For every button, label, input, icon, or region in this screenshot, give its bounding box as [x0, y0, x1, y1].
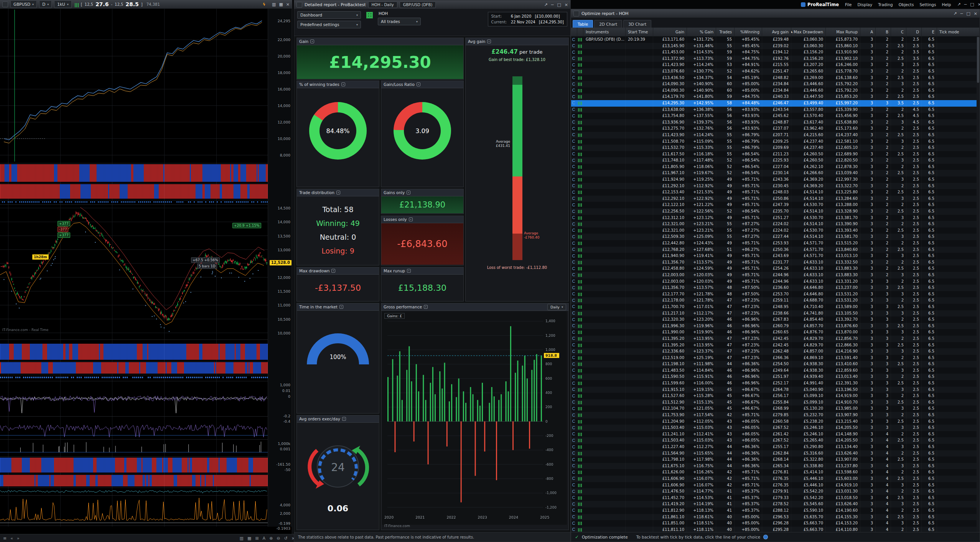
row-search-icon[interactable]: [572, 203, 575, 206]
column-header-%winning[interactable]: %Winning: [735, 28, 762, 36]
row-chart-icon[interactable]: [578, 286, 582, 290]
column-header-a[interactable]: A: [860, 28, 876, 36]
row-search-icon[interactable]: [572, 362, 575, 366]
table-row[interactable]: £11,356.70+113.57%48+87.50%£236.60£4,646…: [571, 285, 980, 291]
table-row[interactable]: £11,798.10+117.98%44+86.36%£268.14£5,322…: [571, 456, 980, 463]
row-chart-icon[interactable]: [578, 522, 582, 525]
table-row[interactable]: £13,275.70+132.76%56+83.93%£237.07£3,962…: [571, 125, 980, 132]
column-header-d[interactable]: D: [906, 28, 922, 36]
row-search-icon[interactable]: [572, 101, 575, 104]
row-chart-icon[interactable]: [578, 401, 582, 404]
row-chart-icon[interactable]: [578, 44, 582, 48]
statusbar-icon[interactable]: A: [263, 536, 266, 541]
row-chart-icon[interactable]: [578, 299, 582, 302]
tab-table[interactable]: Table: [573, 20, 593, 28]
row-search-icon[interactable]: [572, 114, 575, 117]
row-search-icon[interactable]: [572, 267, 575, 270]
column-header-e[interactable]: E: [922, 28, 937, 36]
column-header-%-gain[interactable]: % Gain: [687, 28, 716, 36]
row-search-icon[interactable]: [572, 305, 575, 308]
table-row[interactable]: £11,851.00+118.51%40+85.00%£296.28£5,663…: [571, 520, 980, 527]
row-search-icon[interactable]: [572, 140, 575, 143]
row-search-icon[interactable]: [572, 280, 575, 283]
table-row[interactable]: £11,292.10+112.92%49+85.71%£230.45£4,369…: [571, 183, 980, 189]
realtime-lightning-icon[interactable]: ϟ: [263, 2, 265, 7]
column-header-gain[interactable]: Gain: [653, 28, 687, 36]
row-search-icon[interactable]: [572, 260, 575, 264]
column-header-icon1[interactable]: [577, 28, 583, 36]
row-chart-icon[interactable]: [578, 38, 582, 41]
trades-filter-select[interactable]: All trades ▾: [378, 18, 421, 25]
row-search-icon[interactable]: [572, 133, 575, 136]
table-row[interactable]: £12,122.10+121.22%49+85.71%£247.39£4,530…: [571, 202, 980, 208]
row-search-icon[interactable]: [572, 63, 575, 66]
column-header-instruments[interactable]: Instruments: [583, 28, 626, 36]
row-chart-icon[interactable]: [578, 133, 582, 137]
titlebar-icon[interactable]: ×: [286, 2, 290, 7]
row-search-icon[interactable]: [572, 69, 575, 72]
row-search-icon[interactable]: [572, 51, 575, 54]
row-search-icon[interactable]: [572, 490, 575, 493]
row-search-icon[interactable]: [572, 171, 575, 175]
table-row[interactable]: £11,626.00+116.26%42+85.71%£276.81£5,414…: [571, 469, 980, 476]
row-search-icon[interactable]: [572, 292, 575, 295]
row-search-icon[interactable]: [572, 95, 575, 98]
row-chart-icon[interactable]: [578, 248, 582, 252]
tab-2d-chart[interactable]: 2D Chart: [594, 20, 622, 28]
table-row[interactable]: £11,606.90+116.07%42+85.71%£276.35£5,446…: [571, 476, 980, 482]
row-chart-icon[interactable]: [578, 350, 582, 353]
row-search-icon[interactable]: [572, 407, 575, 410]
share-icon[interactable]: ↗: [957, 2, 960, 7]
close-icon[interactable]: ×: [974, 11, 977, 16]
maximize-icon[interactable]: □: [557, 2, 561, 7]
minimize-icon[interactable]: ─: [960, 11, 963, 16]
table-row[interactable]: £12,003.00+120.03%49+85.71%£244.96£4,633…: [571, 272, 980, 278]
row-chart-icon[interactable]: [578, 178, 582, 181]
row-search-icon[interactable]: [572, 229, 575, 232]
table-row[interactable]: £11,675.10+116.75%44+86.36%£265.34£5,338…: [571, 463, 980, 470]
table-row[interactable]: £12,321.00+123.21%55+87.27%£224.02£4,514…: [571, 221, 980, 227]
price-axis[interactable]: 24,29522,00020,00018,00016,00014,00012,0…: [268, 9, 292, 527]
row-chart-icon[interactable]: [578, 458, 582, 461]
row-search-icon[interactable]: [572, 388, 575, 391]
row-search-icon[interactable]: [572, 108, 575, 111]
column-header-c[interactable]: C: [891, 28, 906, 36]
row-chart-icon[interactable]: [578, 388, 582, 392]
row-chart-icon[interactable]: [578, 344, 582, 347]
row-chart-icon[interactable]: [578, 509, 582, 512]
row-chart-icon[interactable]: [578, 254, 582, 258]
period-select[interactable]: Daily ▾: [547, 304, 566, 310]
table-row[interactable]: £11,503.40+115.03%43+86.05%£267.52£5,265…: [571, 437, 980, 444]
row-search-icon[interactable]: [572, 76, 575, 79]
settings-icon[interactable]: [310, 40, 314, 43]
row-search-icon[interactable]: [572, 222, 575, 226]
table-row[interactable]: £11,512.90+115.13%45+86.67%£255.84£5,099…: [571, 399, 980, 406]
row-chart-icon[interactable]: [578, 337, 582, 341]
settings-icon[interactable]: [331, 269, 335, 273]
row-chart-icon[interactable]: [578, 171, 582, 175]
table-row[interactable]: £12,321.00+123.21%55+87.27%£224.02£4,530…: [571, 227, 980, 234]
row-chart-icon[interactable]: [578, 140, 582, 143]
row-chart-icon[interactable]: [578, 95, 582, 99]
table-row[interactable]: £12,256.50+122.56%52+86.54%£235.70£4,514…: [571, 208, 980, 215]
table-row[interactable]: £12,312.10+123.12%49+85.71%£251.27£4,530…: [571, 215, 980, 221]
row-search-icon[interactable]: [572, 299, 575, 302]
row-chart-icon[interactable]: [578, 318, 582, 321]
table-row[interactable]: £11,996.30+119.96%46+86.96%£260.79£4,857…: [571, 323, 980, 329]
table-row[interactable]: £11,198.10+111.98%44+86.36%£254.50£4,938…: [571, 361, 980, 367]
row-search-icon[interactable]: [572, 445, 575, 448]
table-row[interactable]: £12,768.20+127.68%51+86.27%£250.36£4,571…: [571, 247, 980, 253]
row-search-icon[interactable]: [572, 337, 575, 340]
row-search-icon[interactable]: [572, 210, 575, 213]
row-chart-icon[interactable]: [578, 426, 582, 430]
settings-icon[interactable]: [339, 305, 343, 309]
column-header-start-time[interactable]: Start Time: [626, 28, 653, 36]
table-row[interactable]: £12,292.10+122.92%49+85.71%£250.86£4,514…: [571, 196, 980, 202]
row-chart-icon[interactable]: [578, 439, 582, 442]
row-search-icon[interactable]: [572, 414, 575, 417]
table-row[interactable]: £11,452.70+114.53%41+85.37%£279.33£5,542…: [571, 495, 980, 501]
row-chart-icon[interactable]: [578, 356, 582, 360]
statusbar-icon[interactable]: ↺: [284, 536, 288, 541]
close-icon[interactable]: ×: [565, 2, 568, 7]
row-search-icon[interactable]: [572, 426, 575, 429]
